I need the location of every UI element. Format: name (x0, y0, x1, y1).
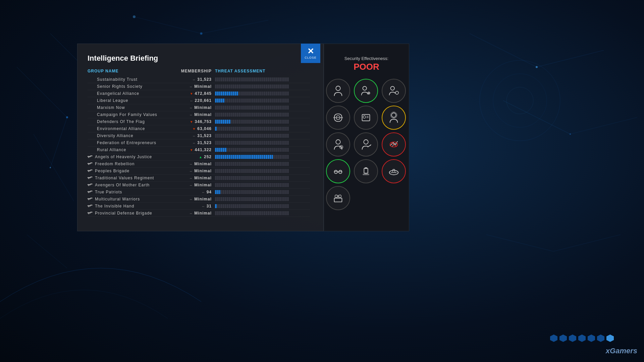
threat-bar-segment (266, 84, 267, 88)
threat-bar-segment (248, 190, 250, 194)
threat-bar-segment (236, 141, 238, 145)
threat-bar-segment (238, 120, 240, 124)
threat-bar-segment (236, 162, 238, 166)
threat-bar-segments (215, 211, 289, 215)
sec-btn-13[interactable] (326, 186, 350, 210)
group-name-cell: Multicultural Warriors (88, 197, 175, 201)
sec-btn-6[interactable] (382, 106, 406, 130)
sec-btn-11[interactable] (354, 159, 378, 183)
sec-btn-4[interactable] (326, 106, 350, 130)
threat-bar-segment (215, 204, 217, 208)
threat-bar-segment (240, 127, 242, 131)
table-row[interactable]: Rural Alliance▼441,322 (88, 146, 310, 154)
threat-bar-segment (221, 77, 222, 81)
threat-bar-segment (273, 106, 275, 110)
table-row[interactable]: The Invisible Hand↔31 (88, 203, 310, 210)
threat-bar-segment (225, 113, 226, 117)
threat-bar-segment (225, 155, 226, 159)
table-row[interactable]: Campaign For Family Values↔Minimal (88, 111, 310, 118)
table-row[interactable]: Defenders Of The Flag▼346,753 (88, 118, 310, 125)
threat-bar-segment (227, 176, 228, 180)
table-row[interactable]: Evangelical Alliance▼472,845 (88, 90, 310, 97)
sec-btn-1[interactable] (326, 79, 350, 103)
threat-bar-segment (268, 176, 269, 180)
threat-bar-segment (252, 106, 254, 110)
threat-bar-segment (262, 106, 264, 110)
threat-bar-segment (248, 155, 250, 159)
threat-bar-segment (223, 197, 224, 201)
threat-bar-segment (232, 113, 234, 117)
threat-bar-segment (256, 120, 258, 124)
threat-bar-segment (283, 106, 285, 110)
threat-bar-segment (268, 197, 269, 201)
threat-bar-segment (250, 197, 252, 201)
threat-bar-segment (223, 141, 224, 145)
sec-btn-9[interactable] (382, 132, 406, 157)
group-name-text: Marxism Now (97, 105, 125, 110)
threat-bar-segment (260, 120, 262, 124)
threat-bar-segment (264, 204, 265, 208)
threat-bar-segment (279, 127, 281, 131)
group-name-cell: Diversity Alliance (88, 133, 175, 138)
table-row[interactable]: Provincial Defense Brigade↔Minimal (88, 210, 310, 217)
table-row[interactable]: Federation of Entrepreneurs↔31,523 (88, 139, 310, 146)
threat-bar-segment (215, 176, 217, 180)
sec-btn-3[interactable] (382, 79, 406, 103)
close-button[interactable]: ✕ CLOSE (301, 44, 320, 63)
threat-bar-segment (281, 169, 283, 173)
sec-btn-2[interactable] (354, 79, 378, 103)
table-row[interactable]: True Patriots↔94 (88, 189, 310, 196)
threat-bar-segment (221, 84, 222, 88)
table-row[interactable]: Environmental Alliance▼63,046 (88, 125, 310, 132)
threat-bar-segment (254, 190, 256, 194)
threat-bar-segment (240, 148, 242, 152)
table-row[interactable]: Senior Rights Society↔Minimal (88, 83, 310, 90)
sec-btn-10[interactable] (326, 159, 350, 183)
threat-bar-segments (215, 197, 289, 201)
threat-bar-segment (221, 197, 222, 201)
sec-btn-12[interactable] (382, 159, 406, 183)
table-row[interactable]: Freedom Rebellion↔Minimal (88, 161, 310, 168)
group-name-cell: Freedom Rebellion (88, 162, 175, 166)
threat-bar-segment (283, 211, 285, 215)
table-row[interactable]: Angels of Heavenly Justice▲252 (88, 154, 310, 161)
groups-list[interactable]: Sustainability Trust↔31,523Senior Rights… (84, 76, 317, 220)
group-name-cell: Sustainability Trust (88, 77, 175, 82)
threat-bar-segment (246, 92, 248, 96)
sec-btn-5[interactable] (354, 106, 378, 130)
threat-bar-segment (215, 113, 217, 117)
threat-bar-segment (246, 162, 248, 166)
threat-bar-segments (215, 106, 289, 110)
militant-gun-icon (88, 169, 93, 173)
threat-bar-segment (236, 155, 238, 159)
threat-bar-segment (246, 134, 248, 138)
table-row[interactable]: Diversity Alliance↔31,523 (88, 132, 310, 139)
threat-bar-segment (277, 162, 279, 166)
membership-value: Minimal (194, 169, 212, 173)
threat-bar-segment (273, 134, 275, 138)
trend-neutral-icon: ↔ (192, 78, 196, 81)
threat-bar-segment (262, 84, 264, 88)
sec-btn-7[interactable] (326, 132, 350, 157)
svg-rect-34 (88, 178, 89, 179)
threat-bar-segment (273, 99, 275, 103)
threat-bar-segment (223, 176, 224, 180)
table-row[interactable]: Multicultural Warriors↔Minimal (88, 196, 310, 203)
membership-cell: ↔Minimal (175, 197, 215, 201)
table-row[interactable]: Sustainability Trust↔31,523 (88, 76, 310, 83)
table-row[interactable]: Traditional Values Regiment↔Minimal (88, 175, 310, 182)
threat-bar-segment (277, 92, 279, 96)
table-row[interactable]: Avengers Of Mother Earth↔Minimal (88, 182, 310, 189)
threat-bar-segment (231, 134, 232, 138)
threat-bar-segment (275, 148, 277, 152)
table-row[interactable]: Peoples Brigade↔Minimal (88, 168, 310, 175)
sec-btn-8[interactable] (354, 132, 378, 157)
table-row[interactable]: Marxism Now↔Minimal (88, 104, 310, 111)
threat-bar-segment (221, 141, 222, 145)
threat-bar-segment (268, 113, 269, 117)
threat-bar-segment (248, 148, 250, 152)
table-row[interactable]: Liberal League↔220,661 (88, 97, 310, 104)
threat-bar-segment (248, 169, 250, 173)
main-container: Intelligence Briefing GROUP NAME MEMBERS… (0, 0, 644, 362)
threat-bar-segment (260, 162, 262, 166)
